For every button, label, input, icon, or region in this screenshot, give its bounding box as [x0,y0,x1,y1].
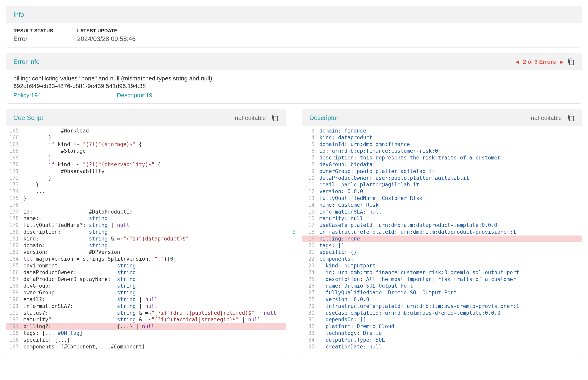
cue-editable-label: not editable [235,114,266,121]
descriptor-editable-label: not editable [531,114,562,121]
line-number: 167 [9,141,23,148]
descriptor-link[interactable]: Descriptor:19 [117,92,152,99]
line-number: 166 [9,134,23,141]
code-line: 180description: string [6,229,286,235]
code-content: kind: string & =~"(?i)^(dataproduct)$" [23,235,189,242]
line-number: 7 [305,154,319,161]
code-line: 186dataProductOwner: string [6,269,286,276]
code-content: } [23,181,39,188]
code-line: 165 #Workload [6,128,286,134]
code-line: 20tags: [] [302,242,582,249]
code-line: 174 ... [6,188,286,195]
line-number: 170 [9,161,23,168]
copy-error-button[interactable] [568,58,575,65]
copy-descriptor-button[interactable] [568,114,575,122]
line-number: 171 [9,168,23,175]
descriptor-header: Descriptor not editable [302,109,582,126]
line-number: 188 [9,283,23,289]
line-number: 184 [9,256,23,263]
code-content: name: Customer Risk [319,202,379,209]
code-panels: Cue Script not editable 165 #Workload166… [6,109,582,354]
code-content: id: #DataProductId [23,209,133,215]
code-line: 24 id: urn:dmb:cmp:finance:customer-risk… [302,269,582,276]
code-content: dataProductOwnerDisplayName: string [23,276,136,283]
code-content: } [23,154,52,161]
code-content: description: this represents the risk tr… [319,154,500,161]
line-number: 3 [305,128,319,134]
line-number: 17 [305,222,319,229]
line-number: 22 [305,256,319,263]
line-number: 195 [9,330,23,337]
resize-handle[interactable] [292,109,296,354]
code-line: 5domainId: urn:dmb:dmn:finance [302,141,582,148]
code-line: 193maturity?: string & =~"(?i)^(tactical… [6,316,286,323]
error-title: Error info [13,58,40,65]
code-line: 179fullyQualifiedName?: string | null [6,222,286,229]
prev-error-button[interactable]: ◀ [516,59,519,65]
code-line: 17useCaseTemplateId: urn:dmb:utm:datapro… [302,222,582,229]
line-number: 24 [305,269,319,276]
line-number: 180 [9,229,23,235]
code-content: name: string [23,215,108,222]
code-content: devGroup: bigdata [319,161,372,168]
line-number: 191 [9,303,23,310]
descriptor-code-body[interactable]: 3domain: finance4kind: dataproduct5domai… [302,126,582,354]
code-line: 196specific: {...} [6,337,286,343]
result-status-label: RESULT STATUS [13,28,53,34]
code-content: outputPortType: SQL [319,337,385,343]
line-number: 4 [305,134,319,141]
cue-code-body[interactable]: 165 #Workload166 }167 if kind =~ "(?i)^(… [6,126,286,354]
line-number: 28 [305,296,319,303]
code-content: email?: string | null [23,296,158,303]
line-number: 14 [305,202,319,209]
descriptor-title: Descriptor [309,114,339,122]
line-number: 178 [9,215,23,222]
code-content: components: [319,256,354,263]
info-body: RESULT STATUS Error LATEST UPDATE 2024/0… [6,23,582,47]
code-line: 19billing: none [302,235,582,242]
line-number: 20 [305,242,319,249]
info-card: Info RESULT STATUS Error LATEST UPDATE 2… [6,6,582,47]
code-line: 190email?: string | null [6,296,286,303]
code-content: if kind =~ "(?i)^(observability)$" { [23,161,161,168]
cue-script-panel: Cue Script not editable 165 #Workload166… [6,109,286,354]
code-content: domainId: urn:dmb:dmn:finance [319,141,410,148]
code-content: domain: finance [319,128,366,134]
line-number: 12 [305,188,319,195]
code-line: 191informationSLA?: string | null [6,303,286,310]
code-line: 22components: [302,256,582,263]
line-number: 32 [305,323,319,330]
next-error-button[interactable]: ▶ [560,59,563,65]
code-line: 15informationSLA: null [302,209,582,215]
code-content: ownerGroup: string [23,289,136,296]
code-line: 177id: #DataProductId [6,209,286,215]
code-content: version: #DPVersion [23,249,120,256]
code-line: 166 } [6,134,286,141]
line-number: 27 [305,289,319,296]
descriptor-panel: Descriptor not editable 3domain: finance… [302,109,582,354]
line-number: 6 [305,148,319,154]
code-content: } [23,175,52,182]
code-content: id: urn:dmb:dp:finance:customer-risk:0 [319,148,438,154]
code-line: 176 [6,202,286,209]
line-number: 18 [305,229,319,235]
line-number: 26 [305,283,319,289]
code-content: devGroup: string [23,283,136,289]
line-number: 10 [305,175,319,182]
code-line: 31 dependsOn: [] [302,316,582,323]
code-content: tags: [... #OM_Tag] [23,330,83,337]
code-line: 30 useCaseTemplateId: urn:dmb:utm:aws-dr… [302,310,582,317]
cue-title: Cue Script [13,114,43,122]
policy-link[interactable]: Policy:194 [13,92,41,99]
line-number: 189 [9,289,23,296]
line-number: 16 [305,215,319,222]
code-line: 21specific: {} [302,249,582,256]
code-line: 185environment: string [6,263,286,269]
code-content: dependsOn: [] [319,316,366,323]
code-content: infrastructureTemplateId: urn:dmb:itm:aw… [319,303,519,310]
line-number: 35 [305,343,319,350]
copy-cue-button[interactable] [271,114,279,122]
code-line: 16maturity: null [302,215,582,222]
code-content: infrastructureTemplateId: urn:dmb:itm:da… [319,229,516,235]
code-content: let majorVersion = strings.Split(version… [23,256,176,263]
